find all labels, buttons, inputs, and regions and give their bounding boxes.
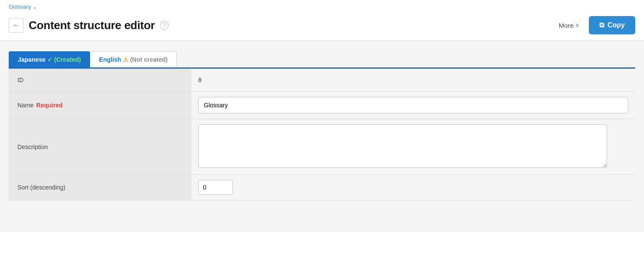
sort-input[interactable]: [198, 180, 233, 195]
tab-japanese-label: Japanese: [18, 56, 47, 63]
form-label-name: Name Required: [9, 92, 191, 119]
id-value: 8: [198, 77, 202, 83]
page-title: Content structure editor: [29, 19, 155, 32]
tab-english-status: (Not created): [130, 56, 167, 63]
more-button[interactable]: More ∨: [554, 18, 584, 33]
form-row-name: Name Required: [9, 92, 635, 119]
back-arrow-icon: ←: [13, 21, 20, 29]
tab-japanese-status: (Created): [54, 56, 81, 63]
tab-english[interactable]: English ⚠ (Not created): [90, 51, 177, 67]
form-row-description: Description: [9, 119, 635, 175]
content-area: Japanese ✓ (Created) English ⚠ (Not crea…: [0, 41, 644, 232]
more-chevron-icon: ∨: [575, 22, 579, 28]
tab-english-label: English: [99, 56, 123, 63]
breadcrumb-link[interactable]: Glossary: [9, 3, 31, 10]
copy-button[interactable]: ⧉ Copy: [589, 16, 635, 34]
form-label-description: Description: [9, 119, 191, 174]
form-row-sort: Sort (descending): [9, 175, 635, 200]
form-label-sort: Sort (descending): [9, 175, 191, 200]
tab-english-warning-icon: ⚠: [123, 56, 130, 63]
description-textarea[interactable]: [198, 124, 607, 168]
tab-japanese[interactable]: Japanese ✓ (Created): [9, 51, 90, 67]
name-input[interactable]: [198, 97, 628, 113]
name-required-label: Required: [36, 102, 63, 109]
form-value-sort: [191, 175, 635, 200]
copy-label: Copy: [607, 21, 625, 29]
form-value-name: [191, 92, 635, 119]
form-value-id: 8: [191, 69, 635, 91]
help-icon[interactable]: ?: [160, 21, 169, 30]
tabs-row: Japanese ✓ (Created) English ⚠ (Not crea…: [9, 51, 635, 67]
more-label: More: [559, 22, 574, 29]
form-table: ID 8 Name Required Description: [9, 69, 635, 200]
tab-japanese-check: ✓: [47, 56, 54, 63]
breadcrumb-chevron-icon: ⌄: [33, 4, 37, 10]
form-row-id: ID 8: [9, 69, 635, 92]
copy-icon: ⧉: [599, 21, 604, 29]
back-button[interactable]: ←: [9, 18, 23, 33]
form-label-id: ID: [9, 69, 191, 91]
form-value-description: [191, 119, 635, 174]
